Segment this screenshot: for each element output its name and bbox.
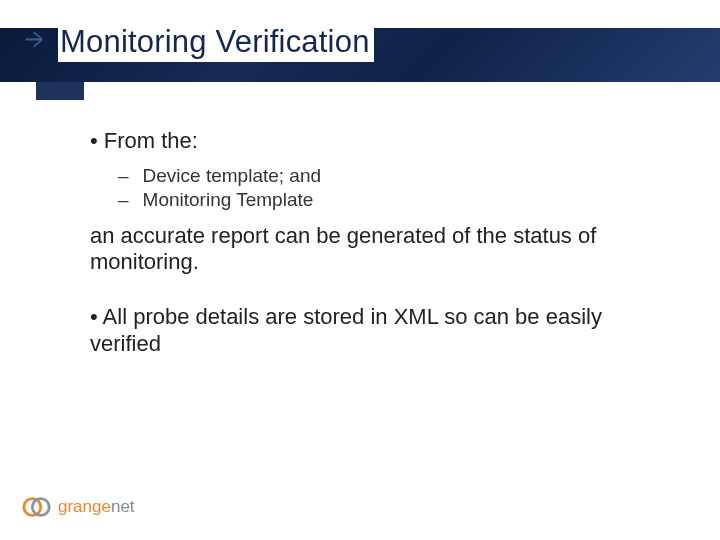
bullet-outro: an accurate report can be generated of t… xyxy=(90,223,650,277)
slide-title: Monitoring Verification xyxy=(58,24,374,62)
title-accent-block xyxy=(36,82,84,100)
sub-item-2-text: Monitoring Template xyxy=(143,189,314,210)
logo-text-part1: grange xyxy=(58,497,111,517)
logo-text-part2: net xyxy=(111,497,135,517)
content-body: • From the: –Device template; and –Monit… xyxy=(90,128,650,368)
sub-item-1: –Device template; and xyxy=(118,164,650,188)
sub-item-1-text: Device template; and xyxy=(143,165,322,186)
logo-text: grangenet xyxy=(58,497,135,517)
arrow-icon xyxy=(22,25,52,55)
sub-item-2: –Monitoring Template xyxy=(118,188,650,212)
footer-logo: grangenet xyxy=(22,492,135,522)
logo-icon xyxy=(22,492,52,522)
bullet-intro: • From the: xyxy=(90,128,650,154)
bullet-2: • All probe details are stored in XML so… xyxy=(90,304,650,358)
slide: Monitoring Verification • From the: –Dev… xyxy=(0,0,720,540)
